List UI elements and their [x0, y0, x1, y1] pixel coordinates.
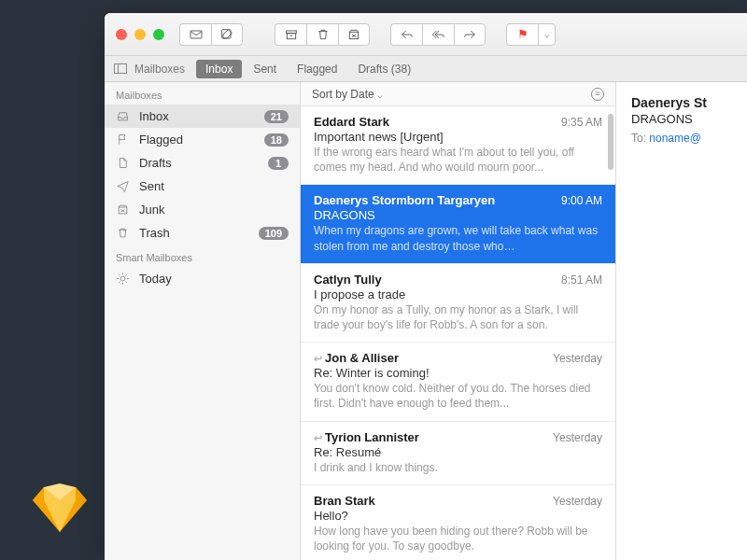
- reader-from: Daenerys St: [631, 95, 747, 110]
- message-preview: How long have you been hiding out there?…: [314, 524, 602, 553]
- sidebar-item-today[interactable]: Today: [105, 267, 300, 290]
- message-row[interactable]: Bran StarkYesterdayHello?How long have y…: [301, 485, 615, 560]
- sidebar-section-mailboxes: Mailboxes: [105, 82, 300, 105]
- sidebar-item-flagged[interactable]: Flagged18: [105, 128, 300, 151]
- sidebar-item-label: Flagged: [139, 133, 255, 147]
- message-from: Eddard Stark: [314, 115, 389, 129]
- sketch-logo: [33, 483, 87, 532]
- reply-icon: ↩: [314, 353, 322, 364]
- sidebar-item-trash[interactable]: Trash109: [105, 221, 300, 245]
- message-preview: On my honor as a Tully, on my honor as a…: [314, 302, 602, 332]
- reply-all-button[interactable]: [422, 23, 454, 46]
- badge: 1: [268, 157, 289, 170]
- message-row[interactable]: ↩Tyrion LannisterYesterdayRe: ResuméI dr…: [301, 422, 615, 485]
- archive-button[interactable]: [275, 23, 306, 46]
- layout-icon[interactable]: [114, 63, 127, 74]
- sidebar-item-label: Drafts: [139, 156, 259, 170]
- message-preview: If the wrong ears heard what I'm about t…: [314, 145, 602, 175]
- filter-icon[interactable]: [591, 88, 604, 101]
- sidebar-item-sent[interactable]: Sent: [105, 175, 300, 198]
- sidebar-item-label: Trash: [139, 226, 249, 240]
- svg-marker-2: [33, 487, 44, 500]
- sidebar-item-label: Sent: [139, 179, 289, 193]
- flag-button[interactable]: ⚑: [506, 23, 538, 46]
- message-from: Catlyn Tully: [314, 273, 382, 287]
- sidebar-item-label: Junk: [139, 203, 289, 217]
- message-subject: Re: Resumé: [314, 445, 602, 459]
- delete-button[interactable]: [306, 23, 338, 46]
- sort-button[interactable]: Sort by Date ⌵: [312, 88, 382, 101]
- message-list: Eddard Stark9:35 AMImportant news [Urgen…: [301, 106, 615, 560]
- sidebar-item-inbox[interactable]: Inbox21: [105, 105, 300, 128]
- reader-subject: DRAGONS: [631, 112, 747, 126]
- reading-pane: Daenerys St DRAGONS To: noname@: [616, 82, 747, 560]
- message-row[interactable]: Catlyn Tully8:51 AMI propose a tradeOn m…: [301, 264, 615, 343]
- chevron-down-icon: ⌵: [377, 91, 382, 100]
- tab-sent[interactable]: Sent: [244, 60, 286, 78]
- message-time: Yesterday: [553, 431, 602, 444]
- message-subject: Re: Winter is coming!: [314, 366, 602, 380]
- titlebar: ⚑ ⌵: [105, 13, 747, 56]
- message-subject: Hello?: [314, 509, 602, 523]
- message-list-column: Sort by Date ⌵ Eddard Stark9:35 AMImport…: [301, 82, 616, 560]
- list-header: Sort by Date ⌵: [301, 82, 615, 106]
- message-from: ↩Jon & Alliser: [314, 351, 399, 365]
- message-time: 9:00 AM: [561, 194, 602, 207]
- message-row[interactable]: Eddard Stark9:35 AMImportant news [Urgen…: [301, 106, 615, 185]
- sidebar-section-smart: Smart Mailboxes: [105, 245, 300, 267]
- sidebar: Mailboxes Inbox21Flagged18Drafts1SentJun…: [105, 82, 301, 560]
- sidebar-item-label: Inbox: [139, 109, 255, 123]
- reply-icon: ↩: [314, 432, 322, 443]
- message-time: Yesterday: [553, 495, 602, 508]
- message-subject: Important news [Urgent]: [314, 130, 602, 144]
- message-time: 9:35 AM: [561, 116, 602, 129]
- message-preview: When my dragons are grown, we will take …: [314, 223, 602, 253]
- reply-button[interactable]: [390, 23, 422, 46]
- favorites-bar: Mailboxes Inbox Sent Flagged Drafts (38): [105, 56, 747, 82]
- message-time: Yesterday: [553, 352, 602, 365]
- sidebar-item-junk[interactable]: Junk: [105, 198, 300, 221]
- message-from: ↩Tyrion Lannister: [314, 430, 419, 444]
- badge: 109: [259, 227, 289, 240]
- message-from: Bran Stark: [314, 494, 375, 508]
- message-subject: I propose a trade: [314, 287, 602, 301]
- message-preview: I drink and I know things.: [314, 460, 602, 475]
- tab-flagged[interactable]: Flagged: [288, 60, 346, 78]
- svg-marker-3: [76, 487, 87, 500]
- tab-inbox[interactable]: Inbox: [196, 60, 242, 78]
- reader-to: To: noname@: [631, 132, 747, 145]
- get-mail-button[interactable]: [179, 23, 211, 46]
- sidebar-item-drafts[interactable]: Drafts1: [105, 151, 300, 175]
- minimize-window-button[interactable]: [134, 29, 146, 40]
- zoom-window-button[interactable]: [153, 29, 164, 40]
- tab-drafts[interactable]: Drafts (38): [348, 60, 420, 78]
- message-row[interactable]: Daenerys Stormborn Targaryen9:00 AMDRAGO…: [301, 185, 615, 263]
- flag-menu-button[interactable]: ⌵: [538, 23, 556, 46]
- message-from: Daenerys Stormborn Targaryen: [314, 193, 495, 207]
- message-preview: You don't know cold. Neither of you do. …: [314, 381, 602, 411]
- favorites-label: Mailboxes: [134, 63, 185, 76]
- message-row[interactable]: ↩Jon & AlliserYesterdayRe: Winter is com…: [301, 343, 615, 421]
- message-subject: DRAGONS: [314, 208, 602, 222]
- svg-point-14: [120, 276, 125, 281]
- close-window-button[interactable]: [116, 29, 127, 40]
- scrollbar-thumb[interactable]: [608, 114, 613, 170]
- mail-window: ⚑ ⌵ Mailboxes Inbox Sent Flagged Drafts …: [105, 13, 747, 560]
- compose-button[interactable]: [211, 23, 243, 46]
- badge: 18: [264, 133, 289, 147]
- chevron-down-icon: ⌵: [544, 30, 549, 39]
- sidebar-item-label: Today: [139, 272, 289, 286]
- window-controls: [116, 29, 164, 40]
- badge: 21: [264, 110, 289, 123]
- svg-rect-7: [190, 31, 202, 38]
- message-time: 8:51 AM: [561, 273, 602, 287]
- forward-button[interactable]: [454, 23, 486, 46]
- junk-button[interactable]: [338, 23, 370, 46]
